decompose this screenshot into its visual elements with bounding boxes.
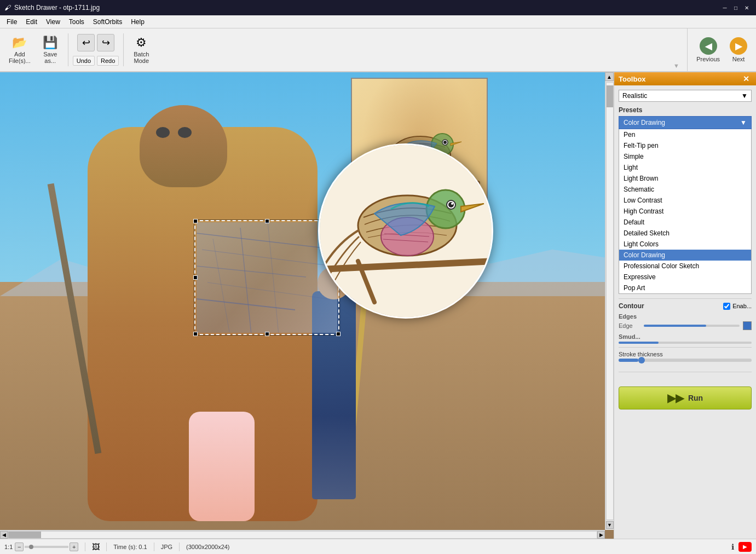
contour-enable-row: Enab... [723,303,752,310]
zoom-slider-track[interactable] [25,546,68,548]
menu-tools[interactable]: Tools [65,15,89,28]
preset-option-pop-art[interactable]: Pop Art [619,282,751,293]
run-icon: ▶▶ [667,391,684,405]
presets-label: Presets [619,106,752,114]
menu-file[interactable]: File [2,15,21,28]
scroll-right-arrow[interactable]: ▶ [597,531,605,539]
menu-help[interactable]: Help [126,15,149,28]
horizontal-scrollbar[interactable]: ◀ ▶ [0,530,605,539]
batch-mode-button[interactable]: ⚙ Batch Mode [128,33,154,66]
title-bar: 🖌 Sketch Drawer - otp-1711.jpg ─ □ ✕ [0,0,756,15]
close-button[interactable]: ✕ [742,3,752,13]
menu-edit[interactable]: Edit [21,15,42,28]
edge-color-swatch[interactable] [743,321,752,330]
preset-dropdown-arrow-icon: ▼ [740,119,747,126]
window-controls: ─ □ ✕ [720,3,752,13]
preset-option-simple[interactable]: Simple [619,151,751,162]
edge-slider-row: Edge [619,321,752,330]
preset-dropdown-selected[interactable]: Color Drawing ▼ [619,116,752,129]
preset-option-color-drawing[interactable]: Color Drawing [619,250,751,261]
toolbox-body: Realistic ▼ Presets Color Drawing ▼ Pen … [614,85,756,539]
toolbar: 📂 Add File(s)... 💾 Save as... ↩ ↪ Undo R… [0,28,756,72]
save-icon: 💾 [43,36,57,50]
stroke-thickness-track[interactable] [619,359,752,362]
scroll-left-arrow[interactable]: ◀ [0,531,8,539]
preset-option-expressive[interactable]: Expressive [619,272,751,282]
info-icon[interactable]: ℹ [731,543,734,551]
run-button[interactable]: ▶▶ Run [619,386,752,409]
preset-option-detailed-sketch[interactable]: Detailed Sketch [619,228,751,239]
edge-slider[interactable] [644,325,740,327]
status-sep-3 [154,543,154,551]
gorilla-eye-left [156,127,170,138]
maximize-button[interactable]: □ [731,3,741,13]
add-files-button[interactable]: 📂 Add File(s)... [4,33,35,66]
image-thumb-icon: 🖼 [92,543,100,551]
preset-option-light[interactable]: Light [619,162,751,173]
stroke-thickness-label: Stroke thickness [619,351,752,357]
menu-view[interactable]: View [42,15,65,28]
preset-option-professional-color-sketch[interactable]: Professional Color Sketch [619,261,751,272]
add-files-icon: 📂 [12,36,27,50]
edge-label: Edge [619,322,640,329]
preset-option-light-colors[interactable]: Light Colors [619,239,751,250]
preset-option-pen[interactable]: Pen [619,129,751,140]
scroll-up-button[interactable]: ▲ [605,72,614,81]
scroll-thumb-vert[interactable] [607,85,613,107]
dimensions-display: (3000x2000x24) [186,544,230,550]
zoom-out-button[interactable]: − [15,543,24,551]
scroll-thumb-horiz[interactable] [8,532,41,538]
preset-option-schematic[interactable]: Schematic [619,184,751,195]
scroll-track-vert[interactable] [606,82,614,520]
status-sep-2 [106,543,107,551]
child-body [189,412,255,521]
contour-label: Contour [619,302,644,310]
scroll-track-horiz[interactable] [8,531,597,539]
minimize-button[interactable]: ─ [720,3,730,13]
vertical-scrollbar[interactable]: ▲ ▼ [605,72,614,530]
person-head [318,267,350,299]
status-sep-1 [85,543,85,551]
preset-option-high-contrast[interactable]: High Contrast [619,206,751,217]
status-right-icons: ℹ ▶ [731,542,752,552]
zoom-slider-row: − + [15,543,78,551]
contour-enable-checkbox[interactable] [723,303,730,310]
preset-option-felt-tip-pen[interactable]: Felt-Tip pen [619,140,751,151]
main-content: ▲ [0,72,756,539]
filter-select[interactable]: Realistic ▼ [619,90,752,102]
filter-row: Realistic ▼ [619,90,752,102]
main-image [0,72,614,539]
youtube-icon[interactable]: ▶ [738,542,752,552]
smudge-slider[interactable] [619,342,752,344]
filter-dropdown-arrow: ▼ [741,92,748,100]
zoom-slider-thumb[interactable] [29,545,33,549]
next-button[interactable]: ▶ Next [725,35,752,65]
scroll-down-arrow[interactable]: ▼ [606,521,614,529]
toolbox-close-button[interactable]: ✕ [741,74,752,83]
window-title: 🖌 Sketch Drawer - otp-1711.jpg [4,4,100,11]
zoom-in-button[interactable]: + [70,543,78,551]
stroke-thickness-fill [619,359,638,362]
zoom-level: 1:1 [4,544,13,550]
undo-label[interactable]: Undo [73,56,95,66]
previous-button[interactable]: ◀ Previous [692,35,724,65]
preset-option-light-brown[interactable]: Light Brown [619,173,751,184]
toolbar-separator-1 [68,33,68,66]
canvas-area[interactable]: ▲ [0,72,614,539]
preset-option-low-contrast[interactable]: Low Contrast [619,195,751,206]
toolbar-separator-2 [123,33,124,66]
contour-group: Contour Enab... [619,302,752,310]
stroke-thickness-thumb[interactable] [638,357,645,363]
preset-option-default[interactable]: Default [619,217,751,228]
contour-row: Contour Enab... [619,302,752,310]
preset-dropdown-list: Pen Felt-Tip pen Simple Light Light Brow… [619,129,752,294]
menu-softorbits[interactable]: SoftOrbits [89,15,126,28]
redo-button[interactable]: ↪ [97,34,114,51]
time-value: Time (s): 0.1 [113,544,147,550]
undo-button[interactable]: ↩ [77,34,95,51]
save-as-button[interactable]: 💾 Save as... [37,33,64,66]
batch-mode-icon: ⚙ [136,36,147,50]
format-value: JPG [161,544,172,550]
nav-buttons: ◀ Previous ▶ Next [687,28,752,71]
redo-label[interactable]: Redo [97,56,119,66]
